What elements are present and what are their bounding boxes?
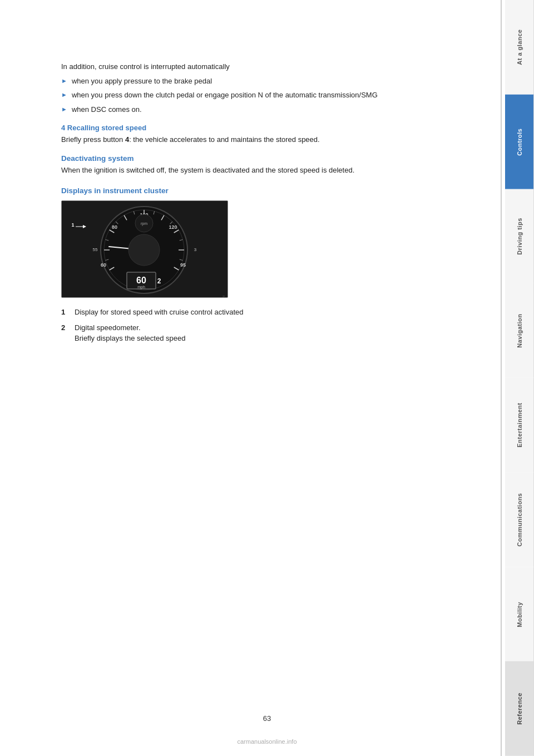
bullet-arrow-1: ►	[61, 76, 67, 86]
svg-text:95: 95	[180, 262, 186, 268]
svg-text:VDC/JM/SCAN: VDC/JM/SCAN	[222, 296, 225, 298]
bullet-arrow-3: ►	[61, 105, 67, 114]
bullet-list: ► when you apply pressure to the brake p…	[61, 76, 384, 115]
svg-text:55: 55	[93, 247, 98, 252]
sidebar-divider	[501, 0, 502, 756]
bullet-item-1: ► when you apply pressure to the brake p…	[61, 76, 384, 87]
section4-body: Briefly press button 4: the vehicle acce…	[61, 134, 384, 145]
tab-controls[interactable]: Controls	[505, 95, 534, 189]
svg-text:3: 3	[194, 247, 197, 252]
displays-heading: Displays in instrument cluster	[61, 186, 384, 195]
svg-text:2: 2	[157, 277, 161, 285]
deactivating-body: When the ignition is switched off, the s…	[61, 165, 384, 176]
bullet-item-2: ► when you press down the clutch pedal o…	[61, 90, 384, 101]
svg-text:80: 80	[112, 224, 117, 230]
svg-text:rpm: rpm	[141, 222, 147, 226]
item-number-2: 2	[61, 322, 68, 333]
bullet-arrow-2: ►	[61, 90, 67, 100]
numbered-item-1: 1 Display for stored speed with cruise c…	[61, 307, 384, 318]
svg-text:60: 60	[136, 276, 146, 285]
instrument-cluster-image: 60 80 100 120 95 55 3 rpm 60 mph 1 2	[61, 200, 228, 298]
tab-mobility[interactable]: Mobility	[505, 567, 534, 662]
svg-text:120: 120	[169, 224, 177, 230]
svg-text:1: 1	[71, 222, 74, 228]
main-content: In addition, cruise control is interrupt…	[61, 61, 384, 348]
tab-at-a-glance[interactable]: At a glance	[505, 0, 534, 95]
tab-communications[interactable]: Communications	[505, 473, 534, 567]
section4-heading: 4 Recalling stored speed	[61, 124, 384, 132]
tab-entertainment[interactable]: Entertainment	[505, 378, 534, 473]
cluster-svg: 60 80 100 120 95 55 3 rpm 60 mph 1 2	[62, 201, 228, 298]
numbered-item-2: 2 Digital speedometer.Briefly displays t…	[61, 322, 384, 344]
page-number: 63	[263, 714, 271, 723]
bullet-item-3: ► when DSC comes on.	[61, 104, 384, 115]
tab-reference[interactable]: Reference	[505, 661, 534, 756]
svg-text:60: 60	[101, 262, 106, 268]
svg-text:mph: mph	[137, 285, 145, 289]
tab-driving-tips[interactable]: Driving tips	[505, 189, 534, 284]
svg-point-29	[128, 234, 160, 266]
deactivating-heading: Deactivating system	[61, 154, 384, 163]
item-number-1: 1	[61, 307, 68, 318]
tab-navigation[interactable]: Navigation	[505, 283, 534, 378]
item2-text: Digital speedometer.Briefly displays the…	[75, 322, 185, 344]
intro-text: In addition, cruise control is interrupt…	[61, 61, 384, 72]
watermark: carmanualsonline.info	[237, 738, 296, 745]
numbered-list: 1 Display for stored speed with cruise c…	[61, 307, 384, 344]
sidebar-tabs: At a glance Controls Driving tips Naviga…	[505, 0, 534, 756]
